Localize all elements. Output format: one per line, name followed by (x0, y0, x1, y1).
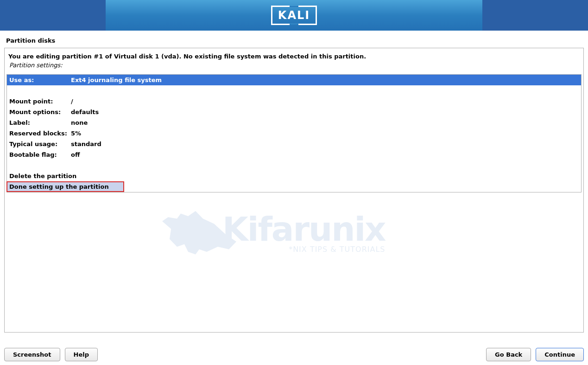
rhino-icon (162, 206, 236, 257)
setting-value: Ext4 journaling file system (71, 76, 162, 84)
setting-value: 5% (71, 129, 81, 137)
watermark-sub: *NIX TIPS & TUTORIALS (222, 245, 386, 254)
setting-value: none (71, 119, 88, 127)
blank-row (7, 160, 581, 171)
footer-right: Go Back Continue (486, 348, 584, 361)
page-title: Partition disks (0, 31, 588, 48)
continue-button[interactable]: Continue (536, 348, 584, 361)
setting-label: Reserved blocks: (9, 129, 71, 137)
setting-use-as[interactable]: Use as: Ext4 journaling file system (7, 75, 581, 85)
kali-logo: KALI (271, 6, 317, 25)
setting-label: Mount options: (9, 108, 71, 116)
setting-mount-options[interactable]: Mount options: defaults (7, 107, 581, 117)
watermark-text: Kifarunix *NIX TIPS & TUTORIALS (222, 210, 386, 254)
setting-value: defaults (71, 108, 99, 116)
footer: Screenshot Help Go Back Continue (4, 348, 584, 361)
setting-value: standard (71, 140, 101, 148)
screenshot-button[interactable]: Screenshot (4, 348, 60, 361)
settings-list: Use as: Ext4 journaling file system Moun… (6, 74, 582, 192)
setting-label: Use as: (9, 76, 71, 84)
setting-mount-point[interactable]: Mount point: / (7, 96, 581, 107)
setting-label: Bootable flag: (9, 151, 71, 159)
setting-label: Typical usage: (9, 140, 71, 148)
watermark: Kifarunix *NIX TIPS & TUTORIALS (162, 206, 386, 257)
setting-label: Mount point: (9, 97, 71, 105)
setting-reserved-blocks[interactable]: Reserved blocks: 5% (7, 128, 581, 139)
setting-value: / (71, 97, 73, 105)
setting-value: off (71, 151, 80, 159)
header-bar: KALI (0, 0, 588, 31)
action-delete-partition[interactable]: Delete the partition (7, 171, 581, 181)
header-center: KALI (106, 0, 482, 31)
setting-typical-usage[interactable]: Typical usage: standard (7, 139, 581, 149)
footer-left: Screenshot Help (4, 348, 98, 361)
info-text: You are editing partition #1 of Virtual … (5, 48, 583, 61)
setting-label: Label: (9, 119, 71, 127)
setting-label-row[interactable]: Label: none (7, 117, 581, 128)
action-done-setting-up[interactable]: Done setting up the partition (6, 181, 124, 192)
go-back-button[interactable]: Go Back (486, 348, 531, 361)
blank-row (7, 85, 581, 96)
setting-bootable-flag[interactable]: Bootable flag: off (7, 149, 581, 160)
help-button[interactable]: Help (65, 348, 98, 361)
partition-settings-label: Partition settings: (5, 61, 583, 74)
main-panel: You are editing partition #1 of Virtual … (4, 48, 584, 333)
watermark-main: Kifarunix (222, 210, 386, 249)
